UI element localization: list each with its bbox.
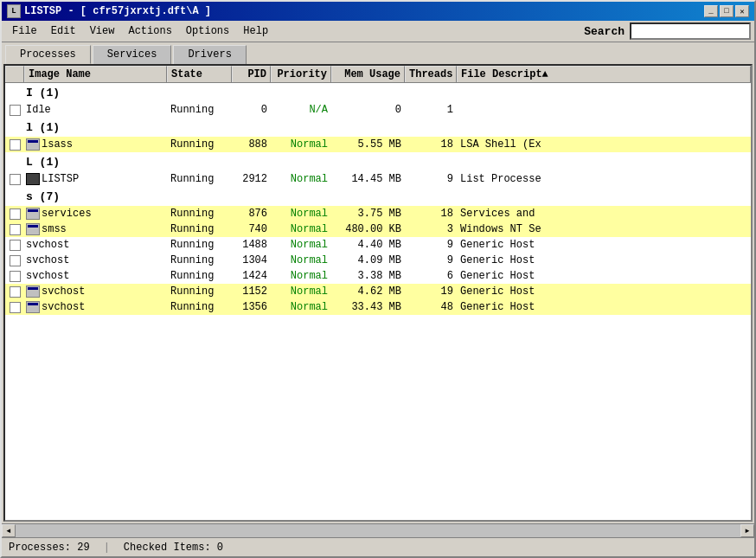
process-threads: 3 [405,222,457,236]
close-button[interactable]: ✕ [735,5,749,17]
table-body: I (1)IdleRunning0N/A01l (1)lsassRunning8… [5,83,751,520]
process-state: Running [167,138,232,151]
process-threads: 6 [405,269,457,283]
row-checkbox[interactable] [10,105,21,116]
menu-edit[interactable]: Edit [44,23,83,39]
process-priority: Normal [271,300,331,314]
row-checkbox[interactable] [10,286,21,298]
process-priority: Normal [271,285,331,298]
menu-file[interactable]: File [5,23,44,39]
app-icon: L [7,4,21,18]
table-row: svchostRunning1488Normal4.40 MB9Generic … [5,237,751,253]
process-name-cell: services [24,207,167,221]
horizontal-scrollbar[interactable]: ◄ ► [2,523,754,537]
process-mem: 33.43 MB [331,300,405,314]
row-checkbox[interactable] [10,224,21,235]
table-row: svchostRunning1424Normal3.38 MB6Generic … [5,268,751,284]
process-mem: 3.38 MB [331,269,405,283]
process-pid: 1304 [232,253,271,267]
process-threads: 18 [405,138,457,151]
process-desc: LSA Shell (Ex [457,138,751,151]
row-checkbox[interactable] [10,240,21,251]
col-header-desc[interactable]: File Descript▲ [457,66,751,82]
group-header: L (1) [5,152,751,171]
menu-options[interactable]: Options [179,23,236,39]
tab-drivers[interactable]: Drivers [173,45,246,64]
process-priority: Normal [271,269,331,283]
process-name-cell: svchost [24,253,167,267]
process-mem: 3.75 MB [331,207,405,221]
menu-help[interactable]: Help [236,23,275,39]
row-checkbox[interactable] [10,208,21,220]
col-header-priority[interactable]: Priority [271,66,331,82]
search-input[interactable] [630,22,751,40]
row-checkbox[interactable] [10,174,21,185]
process-desc: Generic Host [457,285,751,298]
row-checkbox[interactable] [10,271,21,282]
process-mem: 4.62 MB [331,285,405,298]
tab-services[interactable]: Services [93,45,172,64]
checked-count: Checked Items: 0 [124,542,223,554]
process-pid: 0 [232,103,271,117]
process-desc: Generic Host [457,300,751,314]
col-header-threads[interactable]: Threads [405,66,457,82]
minimize-button[interactable]: _ [704,5,718,17]
process-priority: Normal [271,207,331,221]
process-state: Running [167,238,232,252]
process-desc: Windows NT Se [457,222,751,236]
process-mem: 4.09 MB [331,253,405,267]
maximize-button[interactable]: □ [720,5,734,17]
process-state: Running [167,222,232,236]
scroll-track[interactable] [16,524,740,537]
process-priority: N/A [271,103,331,117]
process-pid: 888 [232,138,271,151]
process-desc: Generic Host [457,253,751,267]
process-name: Idle [26,104,51,116]
process-state: Running [167,172,232,186]
menu-items: File Edit View Actions Options Help [5,23,275,39]
menu-bar: File Edit View Actions Options Help Sear… [2,21,754,42]
col-header-state[interactable]: State [167,66,232,82]
process-mem: 4.40 MB [331,238,405,252]
title-bar-left: L LISTSP - [ cfr57jxrxtj.dft\A ] [7,4,211,18]
process-name: svchost [26,254,69,266]
process-threads: 9 [405,238,457,252]
group-header: l (1) [5,118,751,137]
menu-actions[interactable]: Actions [121,23,178,39]
row-checkbox[interactable] [10,255,21,266]
process-priority: Normal [271,253,331,267]
col-header-name[interactable]: Image Name [24,66,167,82]
menu-view[interactable]: View [83,23,122,39]
process-state: Running [167,300,232,314]
row-checkbox[interactable] [10,139,21,151]
process-pid: 2912 [232,172,271,186]
process-name-cell: svchost [24,300,167,314]
col-header-mem[interactable]: Mem Usage [331,66,405,82]
process-priority: Normal [271,172,331,186]
process-state: Running [167,103,232,117]
col-header-pid[interactable]: PID [232,66,271,82]
process-state: Running [167,253,232,267]
process-pid: 740 [232,222,271,236]
col-header-check [5,66,24,82]
process-threads: 48 [405,300,457,314]
process-count: Processes: 29 [9,542,90,554]
process-icon [26,138,40,151]
main-window: L LISTSP - [ cfr57jxrxtj.dft\A ] _ □ ✕ F… [0,0,756,558]
scroll-right-button[interactable]: ► [740,524,754,537]
window-title: LISTSP - [ cfr57jxrxtj.dft\A ] [24,5,211,17]
process-mem: 5.55 MB [331,138,405,151]
scroll-left-button[interactable]: ◄ [2,524,16,537]
search-area: Search [584,22,751,40]
process-pid: 1424 [232,269,271,283]
table-row: lsassRunning888Normal5.55 MB18LSA Shell … [5,137,751,152]
process-threads: 19 [405,285,457,298]
table-row: LISTSPRunning2912Normal14.45 MB9List Pro… [5,171,751,187]
process-threads: 18 [405,207,457,221]
process-icon [26,285,40,298]
process-name: svchost [42,285,85,298]
process-pid: 1152 [232,285,271,298]
process-name: lsass [42,138,73,151]
row-checkbox[interactable] [10,302,21,313]
tab-processes[interactable]: Processes [5,45,91,64]
